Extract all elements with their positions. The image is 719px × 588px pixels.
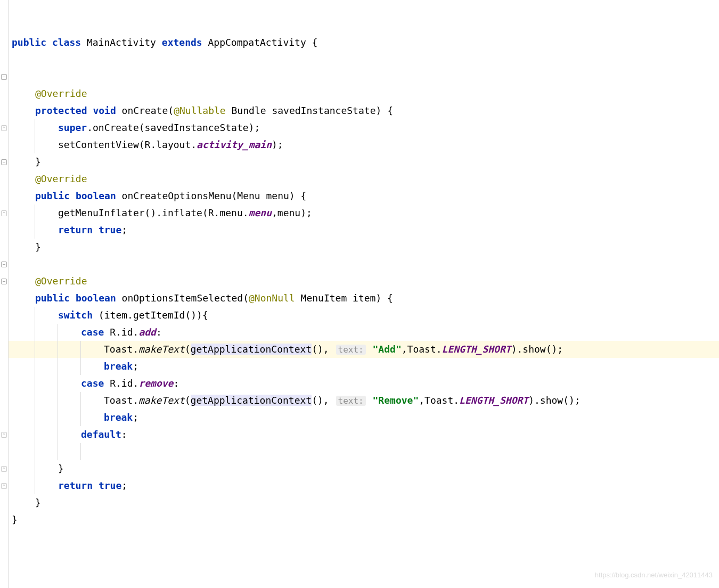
code-token: [116, 105, 122, 116]
code-line[interactable]: }: [9, 460, 719, 477]
code-token: void: [93, 105, 116, 116]
code-token: );: [272, 139, 283, 150]
code-line[interactable]: @Override: [9, 273, 719, 290]
code-line[interactable]: return true;: [9, 477, 719, 494]
code-token: boolean: [76, 190, 116, 201]
code-token: LENGTH_SHORT: [442, 344, 511, 355]
code-token: true: [99, 480, 121, 491]
code-line[interactable]: @Override: [9, 85, 719, 102]
editor-gutter: −⌃−⌃−−⌃⌃⌃: [0, 0, 9, 588]
code-line[interactable]: public boolean onCreateOptionsMenu(Menu …: [9, 187, 719, 205]
code-token: MenuItem: [301, 292, 347, 304]
code-token: menu: [249, 207, 272, 218]
code-token: onOptionsItemSelected: [122, 292, 243, 304]
code-token: case: [81, 378, 104, 389]
code-token: ,Toast.: [419, 395, 459, 406]
code-token: (: [185, 344, 191, 355]
code-token: }: [35, 497, 41, 508]
code-line[interactable]: [9, 256, 719, 273]
code-line[interactable]: @Override: [9, 170, 719, 187]
code-line[interactable]: default:: [9, 426, 719, 443]
watermark-text: https://blog.csdn.net/weixin_42011443: [595, 567, 713, 584]
code-token: @Override: [35, 275, 87, 287]
code-token: @Override: [35, 88, 87, 99]
fold-close-icon[interactable]: ⌃: [1, 483, 7, 489]
code-token: (: [185, 395, 191, 406]
code-token: protected: [35, 105, 87, 116]
code-token: (Menu menu) {: [231, 190, 306, 201]
code-token: ,menu);: [272, 207, 312, 218]
code-line[interactable]: return true;: [9, 222, 719, 239]
code-line[interactable]: case R.id.remove:: [9, 375, 719, 392]
code-token: ;: [121, 480, 127, 491]
code-line[interactable]: protected void onCreate(@Nullable Bundle…: [9, 102, 719, 119]
code-line[interactable]: public class MainActivity extends AppCom…: [9, 34, 719, 51]
code-token: [367, 395, 373, 406]
param-hint: text:: [336, 345, 366, 355]
code-token: getApplicationContext: [191, 395, 312, 406]
code-line[interactable]: [9, 51, 719, 68]
code-editor[interactable]: public class MainActivity extends AppCom…: [9, 0, 719, 588]
code-token: boolean: [76, 292, 116, 304]
fold-close-icon[interactable]: ⌃: [1, 466, 7, 472]
code-token: extends: [162, 37, 202, 48]
code-token: (),: [312, 395, 334, 406]
code-token: [70, 292, 76, 304]
code-line[interactable]: break;: [9, 358, 719, 375]
code-token: [93, 480, 99, 491]
code-token: [295, 292, 301, 304]
code-line[interactable]: break;: [9, 409, 719, 426]
code-token: AppCompatActivity: [208, 37, 306, 48]
code-token: super: [58, 122, 87, 133]
code-token: return: [58, 480, 93, 491]
code-token: switch: [58, 309, 93, 321]
code-token: activity_main: [197, 139, 272, 150]
code-token: break: [104, 412, 133, 423]
code-token: getMenuInflater().inflate(R.menu.: [58, 207, 249, 218]
code-token: [116, 292, 122, 304]
code-token: "Add": [373, 344, 402, 355]
code-token: ).show();: [511, 344, 563, 355]
fold-close-icon[interactable]: ⌃: [1, 432, 7, 438]
code-token: "Remove": [373, 395, 419, 406]
code-token: :: [173, 378, 179, 389]
code-token: public: [35, 190, 70, 201]
code-token: @NonNull: [249, 292, 295, 304]
code-line[interactable]: switch (item.getItemId()){: [9, 307, 719, 324]
code-token: item) {: [347, 292, 393, 304]
code-line[interactable]: public boolean onOptionsItemSelected(@No…: [9, 290, 719, 307]
code-token: add: [138, 326, 156, 338]
code-token: }: [35, 241, 41, 252]
fold-minus-icon[interactable]: −: [1, 74, 7, 80]
code-line[interactable]: [9, 443, 719, 460]
code-line[interactable]: }: [9, 153, 719, 170]
code-line[interactable]: setContentView(R.layout.activity_main);: [9, 136, 719, 153]
code-line[interactable]: super.onCreate(savedInstanceState);: [9, 119, 719, 136]
code-token: .onCreate(savedInstanceState);: [87, 122, 260, 133]
fold-minus-icon[interactable]: −: [1, 279, 7, 284]
code-token: onCreate: [122, 105, 168, 116]
code-line[interactable]: }: [9, 239, 719, 256]
fold-minus-icon[interactable]: −: [1, 262, 7, 267]
code-token: break: [104, 361, 133, 372]
code-token: case: [81, 326, 104, 338]
code-line[interactable]: }: [9, 494, 719, 511]
code-token: [202, 37, 208, 48]
code-token: ).show();: [528, 395, 581, 406]
code-line[interactable]: Toast.makeText(getApplicationContext(), …: [9, 341, 719, 358]
code-token: Bundle: [232, 105, 266, 116]
fold-close-icon[interactable]: ⌃: [1, 210, 7, 216]
code-token: default: [81, 429, 121, 440]
code-token: ;: [133, 412, 138, 423]
code-line[interactable]: [9, 68, 719, 85]
fold-minus-icon[interactable]: −: [1, 159, 7, 165]
code-token: [70, 190, 76, 201]
code-line[interactable]: case R.id.add:: [9, 324, 719, 341]
code-token: makeText: [138, 395, 185, 406]
code-token: (item.getItemId()){: [93, 309, 208, 321]
code-line[interactable]: }: [9, 511, 719, 528]
code-token: R.id.: [104, 326, 138, 338]
code-line[interactable]: Toast.makeText(getApplicationContext(), …: [9, 392, 719, 409]
fold-close-icon[interactable]: ⌃: [1, 125, 7, 131]
code-line[interactable]: getMenuInflater().inflate(R.menu.menu,me…: [9, 205, 719, 222]
